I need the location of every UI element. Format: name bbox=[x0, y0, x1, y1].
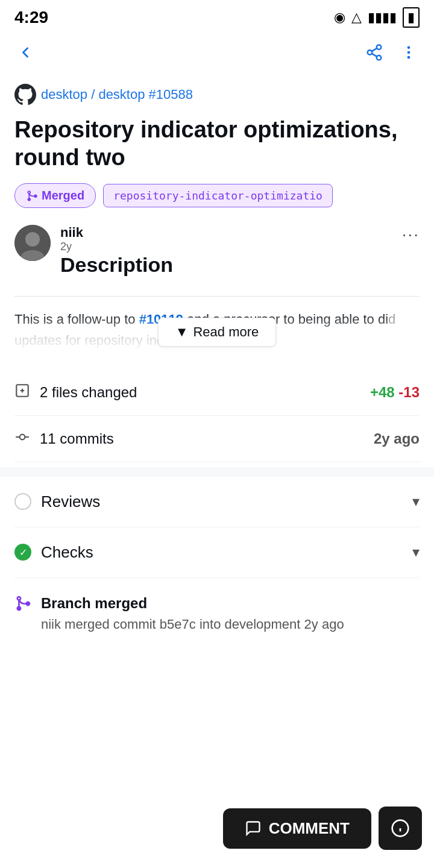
bottom-action-bar: COMMENT bbox=[0, 797, 434, 868]
back-button[interactable] bbox=[12, 39, 39, 68]
checks-section[interactable]: ✓ Checks ▾ bbox=[14, 527, 420, 578]
checks-status-icon: ✓ bbox=[14, 544, 31, 561]
breadcrumb: desktop / desktop #10588 bbox=[14, 84, 420, 105]
checks-label: Checks bbox=[41, 543, 93, 562]
chevron-down-icon: ▼ bbox=[175, 324, 189, 340]
checks-left: ✓ Checks bbox=[14, 543, 93, 562]
activity-description: niik merged commit b5e7c into developmen… bbox=[41, 614, 344, 634]
breadcrumb-text: desktop / desktop #10588 bbox=[41, 87, 193, 102]
activity-row: Branch merged niik merged commit b5e7c i… bbox=[14, 578, 420, 649]
status-time: 4:29 bbox=[14, 8, 48, 27]
share-button[interactable] bbox=[360, 39, 388, 68]
description-section: This is a follow-up to #10119 and a prec… bbox=[14, 309, 420, 351]
author-more-button[interactable]: ··· bbox=[402, 225, 420, 244]
pr-title: Repository indicator optimizations, roun… bbox=[14, 116, 420, 171]
files-changed-row[interactable]: 2 files changed +48 -13 bbox=[14, 370, 420, 416]
back-icon bbox=[17, 44, 34, 61]
merge-activity-icon bbox=[14, 595, 31, 615]
comment-icon bbox=[245, 820, 262, 837]
svg-line-3 bbox=[372, 54, 377, 57]
branch-badge: repository-indicator-optimizatio bbox=[103, 184, 333, 207]
commits-row[interactable]: 11 commits 2y ago bbox=[14, 416, 420, 462]
diff-icon bbox=[14, 383, 30, 398]
reviews-left: Reviews bbox=[14, 492, 100, 511]
merge-icon bbox=[26, 190, 38, 202]
bottom-padding bbox=[14, 649, 420, 721]
reviews-label: Reviews bbox=[41, 492, 100, 511]
reviews-status-icon bbox=[14, 493, 31, 510]
activity-desc-text: niik merged commit bbox=[41, 617, 156, 632]
files-label: 2 files changed bbox=[40, 384, 137, 401]
read-more-overlay: ▼ Read more bbox=[14, 315, 420, 351]
info-icon bbox=[391, 819, 410, 838]
section-divider bbox=[0, 467, 434, 477]
additions-count: +48 bbox=[370, 384, 395, 400]
status-icons: ◉ △ ▮▮▮▮ ▮ bbox=[334, 7, 420, 28]
deletions-count: -13 bbox=[398, 384, 420, 400]
files-icon bbox=[14, 383, 30, 402]
files-stat-left: 2 files changed bbox=[14, 383, 137, 402]
main-content: desktop / desktop #10588 Repository indi… bbox=[0, 74, 434, 731]
read-more-button[interactable]: ▼ Read more bbox=[158, 318, 277, 347]
commits-time: 2y ago bbox=[374, 430, 420, 447]
activity-detail: b5e7c into development 2y ago bbox=[160, 617, 344, 632]
stats-section: 2 files changed +48 -13 11 commits bbox=[14, 370, 420, 462]
svg-point-1 bbox=[368, 50, 373, 55]
files-diff: +48 -13 bbox=[370, 384, 420, 401]
more-icon bbox=[400, 44, 417, 61]
author-name: niik bbox=[60, 225, 392, 241]
svg-point-6 bbox=[407, 51, 410, 54]
svg-point-5 bbox=[407, 46, 410, 49]
commit-icon bbox=[14, 429, 30, 445]
svg-point-9 bbox=[25, 232, 40, 247]
svg-point-2 bbox=[377, 55, 382, 60]
svg-point-14 bbox=[20, 434, 25, 439]
camera-icon: ◉ bbox=[334, 10, 345, 25]
commits-label: 11 commits bbox=[40, 430, 114, 447]
author-info: niik 2y Description bbox=[60, 225, 392, 285]
comment-label: COMMENT bbox=[269, 819, 350, 838]
svg-point-0 bbox=[377, 45, 382, 50]
author-section: niik 2y Description ··· bbox=[14, 225, 420, 285]
svg-point-7 bbox=[407, 56, 410, 59]
github-logo-icon bbox=[14, 84, 36, 105]
wifi-icon: △ bbox=[351, 10, 362, 25]
commits-icon bbox=[14, 429, 30, 448]
reviews-section[interactable]: Reviews ▾ bbox=[14, 477, 420, 527]
badges-row: Merged repository-indicator-optimizatio bbox=[14, 183, 420, 208]
commits-stat-left: 11 commits bbox=[14, 429, 114, 448]
author-time: 2y bbox=[60, 241, 392, 253]
merge-activity-svg-icon bbox=[14, 595, 31, 612]
battery-icon: ▮ bbox=[403, 7, 420, 28]
more-options-button[interactable] bbox=[395, 39, 422, 68]
status-bar: 4:29 ◉ △ ▮▮▮▮ ▮ bbox=[0, 0, 434, 33]
merged-label: Merged bbox=[42, 189, 84, 203]
description-divider bbox=[14, 296, 420, 297]
avatar bbox=[14, 225, 51, 261]
svg-line-4 bbox=[372, 48, 377, 51]
nav-actions bbox=[360, 39, 422, 68]
info-button[interactable] bbox=[379, 807, 422, 850]
merged-badge: Merged bbox=[14, 183, 96, 208]
read-more-label: Read more bbox=[193, 324, 259, 340]
checks-chevron-icon: ▾ bbox=[412, 544, 420, 561]
description-heading: Description bbox=[60, 253, 392, 277]
nav-bar bbox=[0, 33, 434, 74]
activity-title: Branch merged bbox=[41, 593, 344, 614]
activity-content: Branch merged niik merged commit b5e7c i… bbox=[41, 593, 344, 634]
reviews-chevron-icon: ▾ bbox=[412, 493, 420, 510]
avatar-image bbox=[14, 225, 51, 261]
signal-icon: ▮▮▮▮ bbox=[368, 10, 397, 25]
share-icon bbox=[365, 43, 383, 61]
comment-button[interactable]: COMMENT bbox=[223, 808, 371, 849]
